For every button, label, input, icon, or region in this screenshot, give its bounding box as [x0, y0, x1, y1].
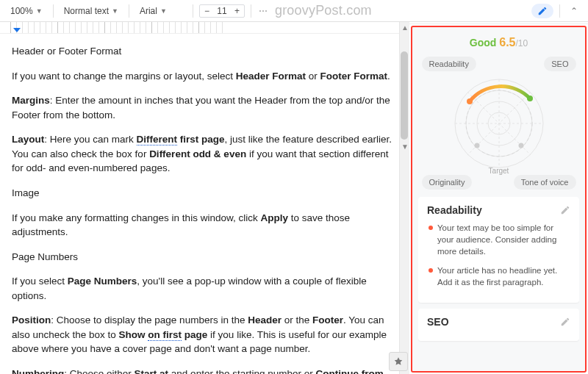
explore-button[interactable] — [389, 352, 408, 371]
zoom-value: 100% — [10, 6, 33, 16]
paragraph: Layout: Here you can mark Different firs… — [12, 132, 398, 176]
paragraph: If you want to change the margins or lay… — [12, 69, 398, 84]
overall-score: Good 6.5/10 — [418, 36, 579, 49]
ruler[interactable] — [0, 22, 409, 34]
seo-title: SEO — [427, 316, 449, 328]
font-value: Arial — [140, 6, 157, 16]
paragraph: If you select Page Numbers, you'll see a… — [12, 274, 398, 303]
scroll-up-icon[interactable]: ▲ — [401, 24, 409, 32]
pill-tone[interactable]: Tone of voice — [514, 175, 576, 190]
font-size-stepper[interactable]: − 11 + — [199, 4, 245, 18]
paragraph: Page Numbers — [12, 250, 398, 265]
paragraph-style-select[interactable]: Normal text ▼ — [60, 4, 123, 18]
vertical-scrollbar[interactable]: ▲ ▼ — [399, 22, 409, 374]
score-value: 6.5 — [499, 36, 515, 48]
separator — [53, 4, 54, 18]
pill-seo[interactable]: SEO — [544, 57, 576, 71]
paragraph: If you make any formatting changes in th… — [12, 211, 398, 240]
separator — [193, 4, 193, 18]
scrollbar-thumb[interactable] — [401, 51, 408, 140]
main-area: Header or Footer Format If you want to c… — [0, 22, 588, 374]
chevron-down-icon: ▼ — [160, 7, 167, 15]
issue-item: Your text may be too simple for your aud… — [427, 222, 570, 257]
separator — [251, 4, 251, 18]
watermark-text: groovyPost.com — [275, 3, 372, 18]
paragraph: Header or Footer Format — [12, 44, 398, 59]
separator — [129, 4, 129, 18]
edit-icon[interactable] — [560, 317, 570, 327]
fontsize-value: 11 — [214, 6, 230, 16]
edit-icon[interactable] — [560, 205, 570, 215]
decrease-fontsize-button[interactable]: − — [200, 5, 214, 17]
chevron-down-icon: ▼ — [112, 7, 118, 15]
plus-diamond-icon — [393, 356, 404, 367]
readability-card: Readability Your text may be too simple … — [418, 197, 579, 303]
radar-chart: Readability SEO Originality Tone of voic… — [422, 55, 576, 191]
more-tools-icon[interactable]: ⋯ — [257, 6, 269, 16]
paragraph: Image — [12, 186, 398, 201]
svg-point-10 — [467, 98, 473, 104]
sidebar-subheader — [409, 22, 588, 24]
score-label: Good — [470, 37, 497, 48]
paragraph: Margins: Enter the amount in inches that… — [12, 93, 398, 122]
document-pane: Header or Footer Format If you want to c… — [0, 22, 409, 374]
increase-fontsize-button[interactable]: + — [230, 5, 244, 17]
indent-marker-icon[interactable] — [13, 28, 21, 32]
toolbar: 100% ▼ Normal text ▼ Arial ▼ − 11 + ⋯ gr… — [0, 0, 588, 22]
score-denom: /10 — [516, 38, 528, 48]
issue-item: Your article has no headline yet. Add it… — [427, 265, 570, 288]
edit-mode-button[interactable] — [531, 4, 553, 18]
zoom-select[interactable]: 100% ▼ — [6, 4, 47, 18]
readability-issues: Your text may be too simple for your aud… — [427, 222, 570, 288]
scroll-down-icon[interactable]: ▼ — [401, 143, 409, 151]
style-value: Normal text — [64, 6, 109, 16]
sidebar-body: Good 6.5/10 Readability SEO Originality … — [411, 26, 587, 373]
svg-point-11 — [518, 143, 523, 148]
readability-title: Readability — [427, 204, 482, 216]
collapse-toolbar-button[interactable]: ⌃ — [566, 6, 582, 16]
radar-svg — [448, 72, 551, 175]
paragraph: Position: Choose to display the page num… — [12, 313, 398, 356]
document-body[interactable]: Header or Footer Format If you want to c… — [0, 34, 409, 374]
seo-card: SEO — [418, 309, 579, 341]
pen-icon — [537, 6, 548, 16]
svg-point-9 — [527, 96, 533, 101]
seo-sidebar: Semrush SEO Writing Assistant ✕ Good 6.5… — [409, 22, 588, 374]
pill-readability[interactable]: Readability — [422, 57, 476, 71]
chevron-down-icon: ▼ — [36, 7, 43, 15]
pill-originality[interactable]: Originality — [422, 175, 473, 190]
font-select[interactable]: Arial ▼ — [135, 4, 187, 18]
separator — [559, 4, 560, 18]
paragraph: Numbering: Choose either Start at and en… — [12, 367, 398, 374]
svg-point-12 — [474, 143, 479, 148]
